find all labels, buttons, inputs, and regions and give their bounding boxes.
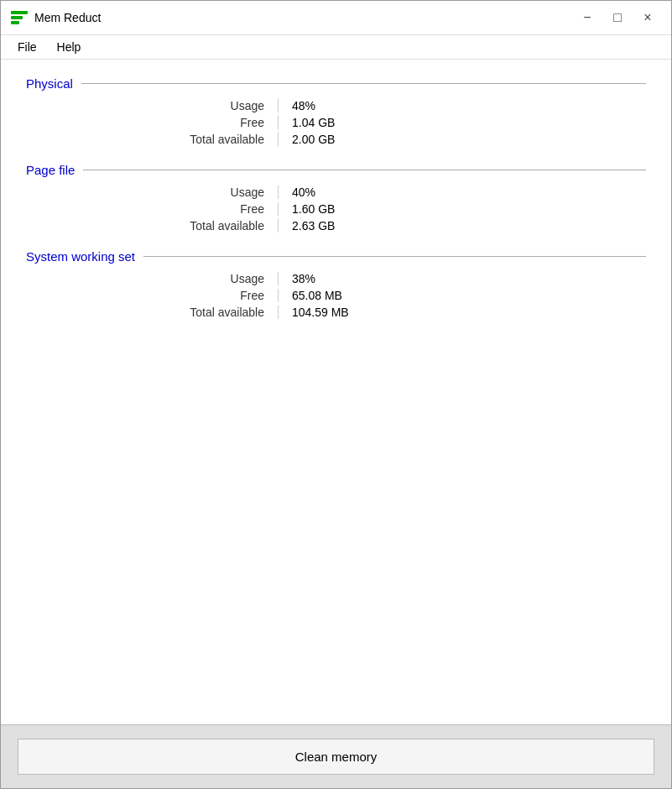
pagefile-usage-row: Usage 40% <box>26 185 646 199</box>
title-bar-controls: − □ × <box>574 8 661 28</box>
section-sws-title: System working set <box>26 249 135 264</box>
section-sws: System working set Usage 38% Free 65.08 … <box>26 249 646 319</box>
section-pagefile-line <box>83 170 646 170</box>
clean-memory-button[interactable]: Clean memory <box>18 739 654 775</box>
section-physical-line <box>81 83 646 84</box>
bottom-bar: Clean memory <box>1 724 671 788</box>
physical-usage-label: Usage <box>26 99 278 112</box>
section-sws-line <box>143 256 646 257</box>
app-icon <box>11 11 28 24</box>
sws-free-value: 65.08 MB <box>278 289 646 302</box>
app-icon-bar-1 <box>11 11 28 14</box>
close-button[interactable]: × <box>634 8 661 28</box>
maximize-button[interactable]: □ <box>604 8 631 28</box>
main-content: Physical Usage 48% Free 1.04 GB Total av… <box>1 60 671 724</box>
section-sws-header: System working set <box>26 249 646 264</box>
pagefile-usage-value: 40% <box>278 185 646 199</box>
section-physical: Physical Usage 48% Free 1.04 GB Total av… <box>26 76 646 146</box>
sws-total-label: Total available <box>26 306 278 319</box>
sws-total-row: Total available 104.59 MB <box>26 306 646 319</box>
pagefile-total-row: Total available 2.63 GB <box>26 219 646 233</box>
section-sws-rows: Usage 38% Free 65.08 MB Total available … <box>26 272 646 319</box>
app-icon-bar-3 <box>11 21 19 24</box>
pagefile-free-label: Free <box>26 202 278 216</box>
menu-file[interactable]: File <box>8 37 47 57</box>
pagefile-total-value: 2.63 GB <box>278 219 646 233</box>
window-title: Mem Reduct <box>34 11 101 24</box>
section-pagefile-title: Page file <box>26 163 75 177</box>
section-physical-title: Physical <box>26 76 73 91</box>
physical-usage-row: Usage 48% <box>26 99 646 112</box>
physical-free-value: 1.04 GB <box>278 116 646 129</box>
physical-total-label: Total available <box>26 133 278 146</box>
physical-total-row: Total available 2.00 GB <box>26 133 646 146</box>
pagefile-free-row: Free 1.60 GB <box>26 202 646 216</box>
menu-help[interactable]: Help <box>47 37 91 57</box>
sws-usage-row: Usage 38% <box>26 272 646 285</box>
title-bar-left: Mem Reduct <box>11 11 101 24</box>
physical-free-label: Free <box>26 116 278 129</box>
sws-free-row: Free 65.08 MB <box>26 289 646 302</box>
pagefile-total-label: Total available <box>26 219 278 233</box>
physical-free-row: Free 1.04 GB <box>26 116 646 129</box>
pagefile-free-value: 1.60 GB <box>278 202 646 216</box>
section-pagefile-rows: Usage 40% Free 1.60 GB Total available 2… <box>26 185 646 233</box>
sws-total-value: 104.59 MB <box>278 306 646 319</box>
section-pagefile-header: Page file <box>26 163 646 177</box>
minimize-button[interactable]: − <box>574 8 601 28</box>
physical-total-value: 2.00 GB <box>278 133 646 146</box>
section-pagefile: Page file Usage 40% Free 1.60 GB Total a… <box>26 163 646 233</box>
pagefile-usage-label: Usage <box>26 185 278 199</box>
section-physical-header: Physical <box>26 76 646 91</box>
app-icon-bar-2 <box>11 16 23 19</box>
sws-usage-value: 38% <box>278 272 646 285</box>
sws-usage-label: Usage <box>26 272 278 285</box>
section-physical-rows: Usage 48% Free 1.04 GB Total available 2… <box>26 99 646 146</box>
menu-bar: File Help <box>1 35 671 60</box>
sws-free-label: Free <box>26 289 278 302</box>
main-window: Mem Reduct − □ × File Help Physical Usag… <box>0 0 672 789</box>
title-bar: Mem Reduct − □ × <box>1 1 671 35</box>
physical-usage-value: 48% <box>278 99 646 112</box>
